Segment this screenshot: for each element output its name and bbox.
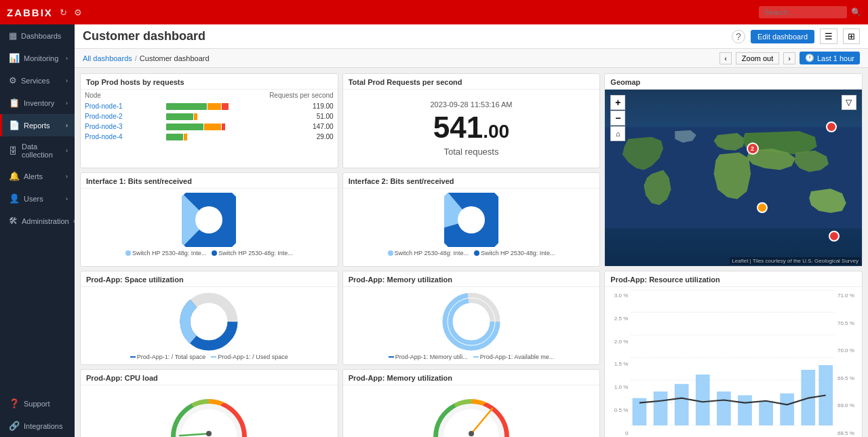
table-row[interactable]: Prod-node-429.00 xyxy=(81,132,338,142)
pie-chart-iface1 xyxy=(182,193,236,247)
zabbix-logo: ZABBIX xyxy=(7,7,53,18)
hosts-table: Node Requests per second Prod-node-1119.… xyxy=(81,90,338,142)
help-button[interactable]: ? xyxy=(732,30,745,43)
panel-top-hosts: Top Prod hosts by requests Node Requests… xyxy=(80,73,338,168)
map-attribution: Leaflet | Tiles courtesy of the U.S. Geo… xyxy=(730,257,861,265)
requests-decimal: .00 xyxy=(483,121,509,142)
sidebar-item-inventory[interactable]: 📋 Inventory › xyxy=(0,92,75,114)
grid-view-button[interactable]: ⊞ xyxy=(843,28,860,44)
breadcrumb-bar: All dashboards / Customer dashboard ‹ Zo… xyxy=(75,49,868,68)
panel-title: Prod-App: Memory utilization xyxy=(343,271,600,287)
node-link[interactable]: Prod-node-2 xyxy=(81,111,163,121)
edit-dashboard-button[interactable]: Edit dashboard xyxy=(751,30,814,43)
sidebar-item-services[interactable]: ⚙ Services › xyxy=(0,69,75,92)
panel-title: Total Prod Requests per second xyxy=(343,74,600,90)
svg-rect-29 xyxy=(819,365,833,425)
svg-point-35 xyxy=(469,431,474,436)
node-link[interactable]: Prod-node-1 xyxy=(81,101,163,111)
pie-chart-iface2 xyxy=(444,193,498,247)
svg-point-6 xyxy=(458,206,485,233)
legend-item: Switch HP 2530-48g: Inte... xyxy=(212,250,292,256)
requests-value: 147.00 xyxy=(285,121,338,132)
breadcrumb-separator: / xyxy=(135,54,137,62)
bar-cell xyxy=(163,132,285,142)
sidebar-item-data-collection[interactable]: 🗄 Data collection › xyxy=(0,136,75,165)
map-marker[interactable] xyxy=(829,231,840,242)
sidebar-item-integrations[interactable]: 🔗 Integrations xyxy=(0,415,75,437)
table-row[interactable]: Prod-node-251.00 xyxy=(81,111,338,121)
config-icon[interactable]: ⚙ xyxy=(74,7,82,18)
sidebar-item-monitoring[interactable]: 📊 Monitoring › xyxy=(0,47,75,69)
sidebar-item-administration[interactable]: 🛠 Administration › xyxy=(0,210,75,232)
map-marker[interactable]: 2 xyxy=(747,142,759,155)
map-home[interactable]: ⌂ xyxy=(610,126,625,141)
list-view-button[interactable]: ☰ xyxy=(820,28,837,44)
legend-item: Prod-App-1: / Used space xyxy=(211,354,288,360)
sidebar-item-support[interactable]: ❓ Support xyxy=(0,392,75,415)
breadcrumb: All dashboards / Customer dashboard xyxy=(83,54,210,62)
legend-item: Switch HP 2530-48g: Inte... xyxy=(388,250,469,256)
services-icon: ⚙ xyxy=(9,75,17,86)
breadcrumb-all-dashboards[interactable]: All dashboards xyxy=(83,54,132,62)
bar-cell xyxy=(163,111,285,121)
node-link[interactable]: Prod-node-3 xyxy=(81,121,163,132)
zoom-out-button[interactable]: Zoom out xyxy=(736,52,779,64)
administration-icon: 🛠 xyxy=(9,216,18,226)
legend-item: Switch HP 2530-48g: Inte... xyxy=(125,250,206,256)
panel-title: Prod-App: CPU load xyxy=(81,370,338,385)
reports-icon: 📄 xyxy=(9,120,20,130)
panel-memutil: Prod-App: Memory utilization Prod-App-1:… xyxy=(342,271,601,365)
col-node: Node xyxy=(81,90,163,101)
breadcrumb-current: Customer dashboard xyxy=(140,54,210,62)
chevron-right-icon: › xyxy=(66,77,68,84)
chevron-right-icon: › xyxy=(66,100,68,107)
gauge-mem: 0 % 100 % xyxy=(427,390,515,437)
sidebar: ▦ Dashboards 📊 Monitoring › ⚙ Services ›… xyxy=(0,24,75,437)
time-range-button[interactable]: 🕐 Last 1 hour xyxy=(800,52,860,64)
donut-space xyxy=(178,291,239,352)
panel-cpu: Prod-App: CPU load xyxy=(80,369,338,437)
alerts-icon: 🔔 xyxy=(9,171,20,181)
svg-rect-21 xyxy=(654,392,668,425)
requests-datetime: 2023-09-28 11:53:16 AM xyxy=(430,100,512,109)
inventory-icon: 📋 xyxy=(9,98,20,108)
clock-icon: 🕐 xyxy=(805,54,814,62)
requests-value: 541 xyxy=(433,113,483,142)
map-marker[interactable] xyxy=(826,121,837,132)
requests-value: 51.00 xyxy=(285,111,338,121)
requests-label: Total requests xyxy=(444,147,499,157)
support-icon: ❓ xyxy=(9,398,20,408)
chevron-right-icon: › xyxy=(66,147,68,154)
integrations-icon: 🔗 xyxy=(9,421,20,431)
map-filter-icon[interactable]: ▽ xyxy=(842,95,856,110)
monitoring-icon: 📊 xyxy=(9,53,20,63)
search-icon[interactable]: 🔍 xyxy=(851,7,861,17)
data-collection-icon: 🗄 xyxy=(9,146,18,156)
search-input[interactable] xyxy=(759,6,847,18)
panel-title: Interface 1: Bits sent/received xyxy=(81,173,338,189)
table-row[interactable]: Prod-node-1119.00 xyxy=(81,101,338,111)
panel-title: Interface 2: Bits sent/received xyxy=(343,173,600,189)
header-bar: Customer dashboard ? Edit dashboard ☰ ⊞ xyxy=(75,24,868,49)
map-zoom-in[interactable]: + xyxy=(610,95,625,110)
nav-next-button[interactable]: › xyxy=(783,52,795,64)
gauge-cpu: 0 15 xyxy=(165,390,253,437)
panel-iface2: Interface 2: Bits sent/received Switch H… xyxy=(342,172,601,267)
panel-memload: Prod-App: Memory utilization xyxy=(342,369,601,437)
table-row[interactable]: Prod-node-3147.00 xyxy=(81,121,338,132)
sidebar-item-users[interactable]: 👤 Users › xyxy=(0,187,75,210)
map-controls: + − ⌂ xyxy=(610,95,625,141)
svg-rect-26 xyxy=(760,401,774,425)
map-zoom-out-btn[interactable]: − xyxy=(610,111,625,126)
users-icon: 👤 xyxy=(9,193,20,204)
svg-rect-23 xyxy=(696,375,710,425)
sidebar-item-alerts[interactable]: 🔔 Alerts › xyxy=(0,165,75,187)
col-requests: Requests per second xyxy=(163,90,338,101)
sidebar-item-dashboards[interactable]: ▦ Dashboards xyxy=(0,24,75,47)
bar-cell xyxy=(163,101,285,111)
nav-prev-button[interactable]: ‹ xyxy=(719,52,732,64)
sidebar-item-reports[interactable]: 📄 Reports › xyxy=(0,114,75,136)
node-link[interactable]: Prod-node-4 xyxy=(81,132,163,142)
refresh-icon[interactable]: ↻ xyxy=(60,7,67,18)
panel-title: Top Prod hosts by requests xyxy=(81,74,338,90)
